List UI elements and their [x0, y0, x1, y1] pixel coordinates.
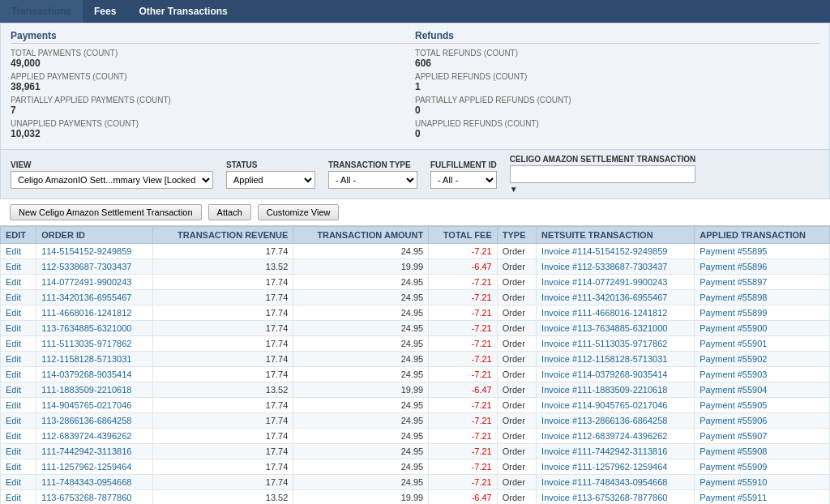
- revenue-cell: 13.52: [153, 490, 293, 505]
- revenue-cell: 13.52: [153, 259, 293, 275]
- edit-cell[interactable]: Edit: [1, 290, 36, 305]
- applied-cell[interactable]: Payment #55911: [695, 490, 830, 505]
- applied-cell[interactable]: Payment #55899: [695, 305, 830, 321]
- edit-cell[interactable]: Edit: [1, 398, 36, 413]
- edit-cell[interactable]: Edit: [1, 336, 36, 352]
- applied-cell[interactable]: Payment #55900: [695, 321, 830, 336]
- netsuite-cell[interactable]: Invoice #113-2866136-6864258: [537, 413, 695, 429]
- edit-cell[interactable]: Edit: [1, 259, 36, 275]
- applied-cell[interactable]: Payment #55898: [695, 290, 830, 305]
- order-id-cell[interactable]: 114-0379268-9035414: [36, 367, 153, 382]
- order-id-cell[interactable]: 111-1883509-2210618: [36, 382, 153, 398]
- edit-cell[interactable]: Edit: [1, 429, 36, 444]
- order-id-cell[interactable]: 111-7442942-3113816: [36, 444, 153, 459]
- order-id-cell[interactable]: 114-0772491-9900243: [36, 275, 153, 290]
- netsuite-cell[interactable]: Invoice #111-3420136-6955467: [537, 290, 695, 305]
- applied-cell[interactable]: Payment #55903: [695, 367, 830, 382]
- order-id-cell[interactable]: 111-4668016-1241812: [36, 305, 153, 321]
- edit-cell[interactable]: Edit: [1, 352, 36, 367]
- applied-cell[interactable]: Payment #55910: [695, 475, 830, 490]
- edit-cell[interactable]: Edit: [1, 382, 36, 398]
- order-id-cell[interactable]: 113-7634885-6321000: [36, 321, 153, 336]
- status-select[interactable]: Applied: [226, 171, 315, 189]
- edit-cell[interactable]: Edit: [1, 490, 36, 505]
- applied-cell[interactable]: Payment #55901: [695, 336, 830, 352]
- edit-cell[interactable]: Edit: [1, 275, 36, 290]
- data-table-container: EDIT ORDER ID TRANSACTION REVENUE TRANSA…: [0, 226, 830, 504]
- order-id-cell[interactable]: 111-3420136-6955467: [36, 290, 153, 305]
- order-id-cell[interactable]: 111-5113035-9717862: [36, 336, 153, 352]
- fee-cell: -7.21: [429, 429, 498, 444]
- revenue-cell: 17.74: [153, 305, 293, 321]
- filter-row: VIEW Celigo AmazonIO Sett...mmary View […: [0, 150, 830, 199]
- table-row: Edit 111-5113035-9717862 17.74 24.95 -7.…: [1, 336, 830, 352]
- filter-celigo: CELIGO AMAZON SETTLEMENT TRANSACTION ▼: [510, 155, 696, 194]
- view-select[interactable]: Celigo AmazonIO Sett...mmary View [Locke…: [11, 171, 213, 189]
- order-id-cell[interactable]: 111-1257962-1259464: [36, 459, 153, 475]
- tab-other-transactions[interactable]: Other Transactions: [127, 0, 238, 23]
- netsuite-cell[interactable]: Invoice #114-0379268-9035414: [537, 367, 695, 382]
- netsuite-cell[interactable]: Invoice #111-5113035-9717862: [537, 336, 695, 352]
- netsuite-cell[interactable]: Invoice #112-5338687-7303437: [537, 259, 695, 275]
- order-id-cell[interactable]: 114-9045765-0217046: [36, 398, 153, 413]
- fee-cell: -7.21: [429, 459, 498, 475]
- applied-cell[interactable]: Payment #55904: [695, 382, 830, 398]
- attach-button[interactable]: Attach: [208, 204, 251, 220]
- applied-cell[interactable]: Payment #55895: [695, 244, 830, 259]
- netsuite-cell[interactable]: Invoice #114-5154152-9249859: [537, 244, 695, 259]
- transaction-type-select[interactable]: - All -: [328, 171, 417, 189]
- amount-cell: 24.95: [293, 290, 429, 305]
- order-id-cell[interactable]: 114-5154152-9249859: [36, 244, 153, 259]
- filter-status: STATUS Applied: [226, 160, 315, 189]
- edit-cell[interactable]: Edit: [1, 321, 36, 336]
- edit-cell[interactable]: Edit: [1, 413, 36, 429]
- tab-transactions[interactable]: Transactions: [0, 0, 83, 23]
- fee-cell: -6.47: [429, 490, 498, 505]
- netsuite-cell[interactable]: Invoice #112-6839724-4396262: [537, 429, 695, 444]
- netsuite-cell[interactable]: Invoice #112-1158128-5713031: [537, 352, 695, 367]
- netsuite-cell[interactable]: Invoice #111-1883509-2210618: [537, 382, 695, 398]
- netsuite-cell[interactable]: Invoice #111-1257962-1259464: [537, 459, 695, 475]
- col-transaction-amount: TRANSACTION AMOUNT: [293, 227, 429, 244]
- netsuite-cell[interactable]: Invoice #113-7634885-6321000: [537, 321, 695, 336]
- applied-cell[interactable]: Payment #55908: [695, 444, 830, 459]
- edit-cell[interactable]: Edit: [1, 305, 36, 321]
- fulfillment-id-select[interactable]: - All -: [430, 171, 497, 189]
- applied-cell[interactable]: Payment #55897: [695, 275, 830, 290]
- edit-cell[interactable]: Edit: [1, 244, 36, 259]
- applied-cell[interactable]: Payment #55906: [695, 413, 830, 429]
- amount-cell: 19.99: [293, 382, 429, 398]
- edit-cell[interactable]: Edit: [1, 459, 36, 475]
- customize-view-button[interactable]: Customize View: [258, 204, 340, 220]
- applied-cell[interactable]: Payment #55909: [695, 459, 830, 475]
- edit-cell[interactable]: Edit: [1, 475, 36, 490]
- netsuite-cell[interactable]: Invoice #114-0772491-9900243: [537, 275, 695, 290]
- netsuite-cell[interactable]: Invoice #111-7484343-0954668: [537, 475, 695, 490]
- celigo-dropdown-icon[interactable]: ▼: [510, 185, 696, 194]
- table-row: Edit 113-6753268-7877860 13.52 19.99 -6.…: [1, 490, 830, 505]
- fee-cell: -6.47: [429, 382, 498, 398]
- tab-fees[interactable]: Fees: [83, 0, 127, 23]
- order-id-cell[interactable]: 111-7484343-0954668: [36, 475, 153, 490]
- order-id-cell[interactable]: 112-1158128-5713031: [36, 352, 153, 367]
- applied-cell[interactable]: Payment #55902: [695, 352, 830, 367]
- edit-cell[interactable]: Edit: [1, 367, 36, 382]
- applied-cell[interactable]: Payment #55905: [695, 398, 830, 413]
- netsuite-cell[interactable]: Invoice #111-4668016-1241812: [537, 305, 695, 321]
- revenue-cell: 17.74: [153, 321, 293, 336]
- netsuite-cell[interactable]: Invoice #113-6753268-7877860: [537, 490, 695, 505]
- order-id-cell[interactable]: 113-2866136-6864258: [36, 413, 153, 429]
- celigo-input[interactable]: [510, 165, 696, 183]
- order-id-cell[interactable]: 112-5338687-7303437: [36, 259, 153, 275]
- order-id-cell[interactable]: 112-6839724-4396262: [36, 429, 153, 444]
- applied-cell[interactable]: Payment #55907: [695, 429, 830, 444]
- new-transaction-button[interactable]: New Celigo Amazon Settlement Transaction: [10, 204, 202, 220]
- applied-cell[interactable]: Payment #55896: [695, 259, 830, 275]
- netsuite-cell[interactable]: Invoice #114-9045765-0217046: [537, 398, 695, 413]
- order-id-cell[interactable]: 113-6753268-7877860: [36, 490, 153, 505]
- fee-cell: -7.21: [429, 352, 498, 367]
- netsuite-cell[interactable]: Invoice #111-7442942-3113816: [537, 444, 695, 459]
- amount-cell: 19.99: [293, 259, 429, 275]
- edit-cell[interactable]: Edit: [1, 444, 36, 459]
- col-netsuite-transaction: NETSUITE TRANSACTION: [537, 227, 695, 244]
